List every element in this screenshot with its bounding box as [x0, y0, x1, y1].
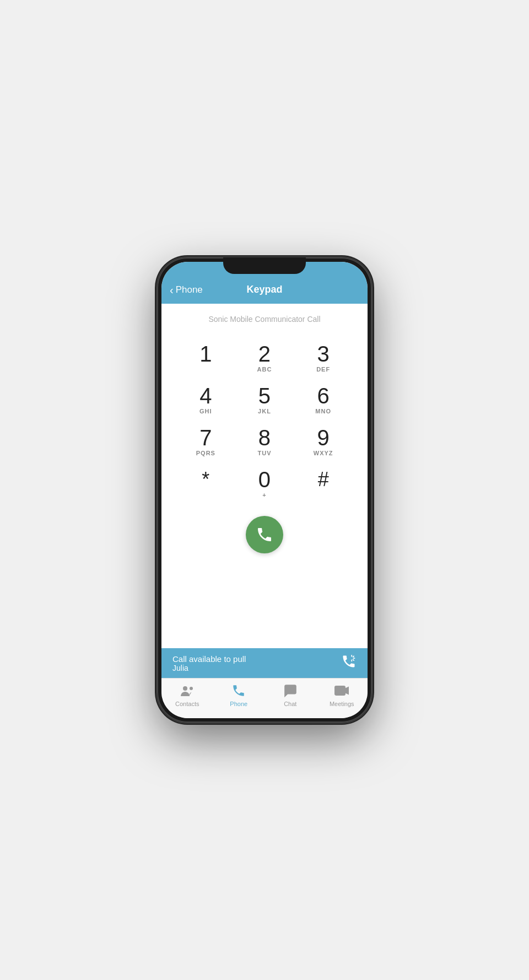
call-type-label: Sonic Mobile Communicator Call: [208, 315, 320, 324]
nav-chat[interactable]: Chat: [264, 683, 316, 707]
key-9[interactable]: 9 WXYZ: [294, 421, 353, 463]
key-6[interactable]: 6 MNO: [294, 379, 353, 421]
svg-point-0: [183, 686, 187, 691]
dialpad: 1 2 ABC 3 DEF 4 GHI 5 JKL: [176, 337, 353, 505]
phone-frame: ‹ Phone Keypad Sonic Mobile Communicator…: [157, 257, 372, 723]
call-pull-banner[interactable]: Call available to pull Julia: [161, 648, 368, 678]
chat-icon: [283, 683, 298, 698]
phone-call-icon: [256, 526, 273, 543]
chat-label: Chat: [284, 701, 296, 707]
nav-contacts[interactable]: Contacts: [161, 683, 213, 707]
key-7[interactable]: 7 PQRS: [176, 421, 235, 463]
key-0[interactable]: 0 +: [235, 463, 294, 505]
call-pull-text: Call available to pull Julia: [172, 654, 246, 672]
back-button[interactable]: ‹ Phone: [170, 284, 203, 295]
key-hash[interactable]: #: [294, 463, 353, 505]
call-button[interactable]: [246, 516, 283, 553]
bottom-nav: Contacts Phone Chat: [161, 678, 368, 718]
main-content: Sonic Mobile Communicator Call 1 2 ABC 3…: [161, 304, 368, 648]
phone-nav-icon: [231, 683, 246, 698]
page-title: Keypad: [246, 284, 282, 295]
notch: [223, 257, 306, 274]
screen: ‹ Phone Keypad Sonic Mobile Communicator…: [161, 262, 368, 718]
contacts-icon: [180, 683, 195, 698]
meetings-icon: [334, 683, 349, 698]
back-chevron-icon: ‹: [170, 284, 174, 295]
contacts-label: Contacts: [175, 701, 199, 707]
svg-point-1: [190, 687, 193, 690]
nav-phone[interactable]: Phone: [213, 683, 265, 707]
phone-label: Phone: [230, 701, 247, 707]
key-4[interactable]: 4 GHI: [176, 379, 235, 421]
call-button-row: [246, 516, 283, 553]
key-5[interactable]: 5 JKL: [235, 379, 294, 421]
call-pull-phone-icon[interactable]: [341, 654, 357, 672]
svg-point-5: [338, 688, 342, 692]
back-label: Phone: [176, 284, 203, 295]
call-pull-name: Julia: [172, 664, 246, 672]
meetings-label: Meetings: [330, 701, 354, 707]
key-3[interactable]: 3 DEF: [294, 337, 353, 379]
key-star[interactable]: *: [176, 463, 235, 505]
key-8[interactable]: 8 TUV: [235, 421, 294, 463]
key-1[interactable]: 1: [176, 337, 235, 379]
key-2[interactable]: 2 ABC: [235, 337, 294, 379]
call-pull-title: Call available to pull: [172, 654, 246, 664]
nav-meetings[interactable]: Meetings: [316, 683, 368, 707]
